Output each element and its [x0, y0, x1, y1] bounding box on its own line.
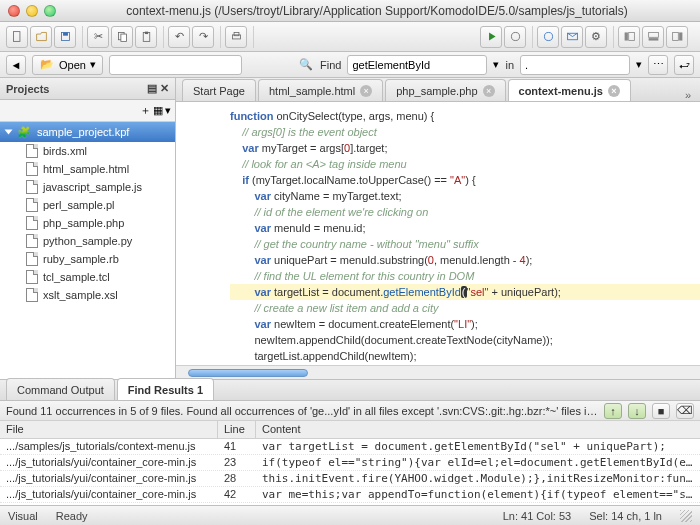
copy-button[interactable]: [111, 26, 133, 48]
scrollbar-thumb[interactable]: [188, 369, 308, 377]
status-selection: Sel: 14 ch, 1 ln: [589, 510, 662, 522]
project-root[interactable]: 🧩 sample_project.kpf: [0, 122, 175, 142]
file-icon: [26, 288, 38, 302]
run-button[interactable]: [480, 26, 502, 48]
redo-button[interactable]: ↷: [192, 26, 214, 48]
result-file: .../js_tutorials/yui/container_core-min.…: [0, 455, 218, 470]
status-mode: Visual: [8, 510, 38, 522]
tree-item[interactable]: tcl_sample.tcl: [0, 268, 175, 286]
tree-item[interactable]: php_sample.php: [0, 214, 175, 232]
result-line: 23: [218, 455, 256, 470]
chevron-down-icon[interactable]: ▾: [493, 58, 499, 71]
find-input[interactable]: [347, 55, 487, 75]
tree-item[interactable]: python_sample.py: [0, 232, 175, 250]
project-root-label: sample_project.kpf: [37, 126, 129, 138]
new-file-button[interactable]: [6, 26, 28, 48]
editor-tab[interactable]: Start Page: [182, 79, 256, 101]
tree-item-label: xslt_sample.xsl: [43, 289, 118, 301]
find-results-list[interactable]: .../samples/js_tutorials/context-menu.js…: [0, 439, 700, 505]
toggle-bottom-pane-button[interactable]: [642, 26, 664, 48]
project-tree[interactable]: 🧩 sample_project.kpf birds.xmlhtml_sampl…: [0, 122, 175, 379]
project-add-button[interactable]: ＋: [140, 103, 151, 118]
tree-item-label: python_sample.py: [43, 235, 132, 247]
tab-label: html_sample.html: [269, 85, 355, 97]
tab-overflow-button[interactable]: »: [682, 89, 694, 101]
open-dropdown-button[interactable]: 📂 Open ▾: [32, 55, 103, 75]
tools-button[interactable]: ⚙: [585, 26, 607, 48]
tree-item[interactable]: ruby_sample.rb: [0, 250, 175, 268]
results-col-content[interactable]: Content: [256, 421, 700, 438]
result-content: if(typeof el=="string"){var elId=el;el=d…: [256, 455, 700, 470]
tree-item[interactable]: perl_sample.pl: [0, 196, 175, 214]
find-label: Find: [320, 59, 341, 71]
tab-close-icon[interactable]: ×: [360, 85, 372, 97]
editor-tab[interactable]: php_sample.php×: [385, 79, 505, 101]
results-col-file[interactable]: File: [0, 421, 218, 438]
find-prev-button[interactable]: ↑: [604, 403, 622, 419]
open-input[interactable]: [109, 55, 242, 75]
svg-rect-14: [648, 32, 658, 37]
editor-horizontal-scrollbar[interactable]: [176, 365, 700, 379]
result-content: var me=this;var appendTo=function(elemen…: [256, 487, 700, 502]
undo-button[interactable]: ↶: [168, 26, 190, 48]
bottom-pane-tabs: Command OutputFind Results 1: [0, 379, 700, 401]
result-row[interactable]: .../js_tutorials/yui/container_core-min.…: [0, 487, 700, 503]
cut-button[interactable]: ✂: [87, 26, 109, 48]
svg-rect-2: [63, 32, 68, 35]
file-icon: [26, 252, 38, 266]
find-clear-button[interactable]: ⌫: [676, 403, 694, 419]
projects-toolrow: ＋ ▦ ▾: [0, 100, 175, 122]
open-file-button[interactable]: [30, 26, 52, 48]
editor-area: Start Pagehtml_sample.html×php_sample.ph…: [176, 78, 700, 379]
tree-item-label: tcl_sample.tcl: [43, 271, 110, 283]
tree-item-label: php_sample.php: [43, 217, 124, 229]
debug-button[interactable]: [504, 26, 526, 48]
print-button[interactable]: [225, 26, 247, 48]
status-state: Ready: [56, 510, 88, 522]
disclosure-triangle-icon: [5, 130, 13, 135]
file-icon: [26, 180, 38, 194]
result-row[interactable]: .../js_tutorials/yui/container_core-min.…: [0, 455, 700, 471]
result-row[interactable]: .../js_tutorials/yui/container_core-min.…: [0, 471, 700, 487]
tree-item[interactable]: html_sample.html: [0, 160, 175, 178]
result-content: this.initEvent.fire(YAHOO.widget.Module)…: [256, 471, 700, 486]
chevron-down-icon[interactable]: ▾: [636, 58, 642, 71]
project-view-button[interactable]: ▦: [153, 104, 163, 117]
tree-item[interactable]: birds.xml: [0, 142, 175, 160]
tree-item[interactable]: xslt_sample.xsl: [0, 286, 175, 304]
bottom-tab[interactable]: Find Results 1: [117, 378, 214, 400]
mail-button[interactable]: [561, 26, 583, 48]
results-col-line[interactable]: Line: [218, 421, 256, 438]
toggle-left-pane-button[interactable]: [618, 26, 640, 48]
resize-grip-icon[interactable]: [680, 510, 692, 522]
pane-menu-icon[interactable]: ▤: [147, 82, 157, 94]
zoom-window-button[interactable]: [44, 5, 56, 17]
minimize-window-button[interactable]: [26, 5, 38, 17]
browser-preview-button[interactable]: [537, 26, 559, 48]
toggle-right-pane-button[interactable]: [666, 26, 688, 48]
find-go-button[interactable]: ⮐: [674, 55, 694, 75]
find-stop-button[interactable]: ■: [652, 403, 670, 419]
tree-item[interactable]: javascript_sample.js: [0, 178, 175, 196]
result-line: 42: [218, 487, 256, 502]
editor-tab[interactable]: context-menu.js×: [508, 79, 631, 101]
find-next-button[interactable]: ↓: [628, 403, 646, 419]
result-row[interactable]: .../samples/js_tutorials/context-menu.js…: [0, 439, 700, 455]
project-more-button[interactable]: ▾: [165, 104, 171, 117]
close-window-button[interactable]: [8, 5, 20, 17]
file-icon: [26, 234, 38, 248]
editor-tab[interactable]: html_sample.html×: [258, 79, 383, 101]
find-scope-input[interactable]: [520, 55, 630, 75]
paste-button[interactable]: [135, 26, 157, 48]
code-editor[interactable]: function onCitySelect(type, args, menu) …: [176, 102, 700, 365]
tab-close-icon[interactable]: ×: [608, 85, 620, 97]
find-options-button[interactable]: ⋯: [648, 55, 668, 75]
projects-title: Projects: [6, 83, 49, 95]
bottom-tab[interactable]: Command Output: [6, 378, 115, 400]
folder-icon: 📂: [39, 57, 55, 73]
save-button[interactable]: [54, 26, 76, 48]
pane-close-icon[interactable]: ✕: [160, 82, 169, 94]
nav-back-button[interactable]: ◄: [6, 55, 26, 75]
tab-close-icon[interactable]: ×: [483, 85, 495, 97]
tree-item-label: perl_sample.pl: [43, 199, 115, 211]
